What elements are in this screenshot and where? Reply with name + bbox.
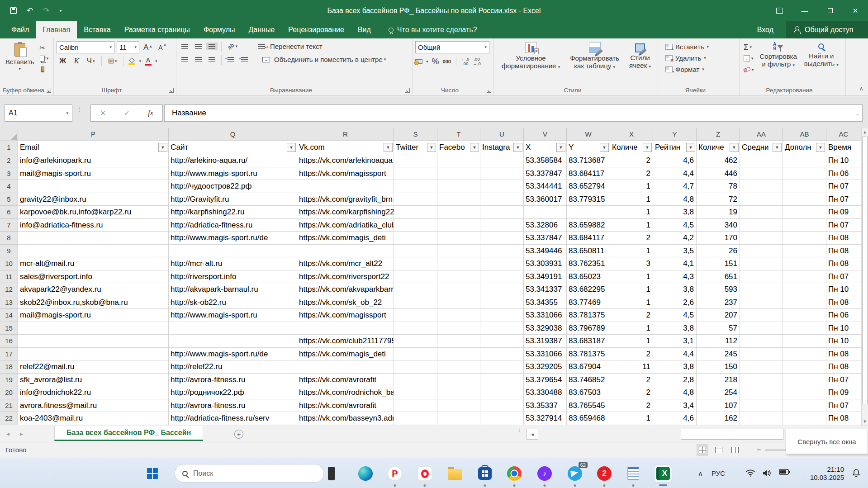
cell-W14[interactable]: 83.781375 (567, 309, 610, 322)
filter-button[interactable]: ▼ (600, 143, 609, 152)
filter-button[interactable]: ▼ (686, 143, 695, 152)
cell-AB21[interactable] (783, 399, 826, 412)
cell-V16[interactable]: 53.319387 (524, 335, 567, 348)
ribbon-tab-review[interactable]: Рецензирование (281, 21, 351, 38)
cell-Z4[interactable]: 78 (697, 180, 740, 193)
cell-Y13[interactable]: 2,6 (653, 296, 697, 309)
cell-U19[interactable] (480, 374, 524, 387)
cell-S20[interactable] (394, 386, 437, 399)
cell-W4[interactable]: 83.652794 (567, 180, 610, 193)
percent-style-button[interactable]: % (432, 57, 439, 66)
cell-AC21[interactable]: Пн 07 (826, 399, 861, 412)
cell-AC20[interactable]: Пн 09 (826, 386, 861, 399)
cell-AA6[interactable] (740, 206, 783, 219)
cell-AA5[interactable] (740, 193, 783, 206)
column-header-Z[interactable]: Z (697, 128, 740, 141)
filter-button[interactable]: ▼ (158, 143, 167, 152)
confirm-entry-button[interactable]: ✓ (124, 109, 130, 118)
cell-AC10[interactable]: Пн 08 (826, 257, 861, 270)
filter-button[interactable]: ▼ (287, 143, 296, 152)
cell-X12[interactable]: 1 (610, 283, 653, 296)
sort-filter-button[interactable]: АЯ Сортировкаи фильтр ▾ (757, 41, 800, 75)
format-cells-button[interactable]: ▪ Формат ▾ (665, 64, 737, 75)
cell-W13[interactable]: 83.77469 (567, 296, 610, 309)
copy-button[interactable]: ▾ (40, 54, 49, 63)
cell-S17[interactable] (394, 348, 437, 361)
previous-sheet-arrow[interactable]: ◂ (6, 430, 9, 437)
cell-AC19[interactable]: Пн 07 (826, 374, 861, 387)
cell-AA10[interactable] (740, 257, 783, 270)
cell-AB3[interactable] (783, 167, 826, 180)
taskbar-search[interactable]: Поиск (175, 464, 324, 483)
borders-button[interactable]: ⊞▾ (105, 57, 120, 65)
align-left-button[interactable] (179, 56, 190, 63)
insert-function-button[interactable]: fx (148, 109, 153, 118)
filter-button[interactable]: ▼ (816, 143, 825, 152)
underline-button[interactable]: Ч▾ (84, 57, 98, 66)
row-number[interactable]: 3 (0, 167, 18, 180)
cell-X17[interactable]: 2 (610, 348, 653, 361)
cell-T10[interactable] (437, 257, 480, 270)
row-number[interactable]: 5 (0, 193, 18, 206)
row-number[interactable]: 22 (0, 412, 18, 425)
cell-V21[interactable]: 53.35337 (524, 399, 567, 412)
cell-U6[interactable] (480, 206, 524, 219)
cell-S9[interactable] (394, 245, 437, 258)
row-number[interactable]: 17 (0, 348, 18, 361)
cell-AC5[interactable]: Пн 07 (826, 193, 861, 206)
align-bottom-button[interactable] (206, 43, 218, 50)
cell-Y6[interactable]: 3,8 (653, 206, 697, 219)
align-middle-button[interactable] (193, 43, 204, 50)
cell-Z9[interactable]: 26 (697, 245, 740, 258)
cell-P22[interactable]: koa-2403@mail.ru (18, 412, 169, 425)
row-number[interactable]: 15 (0, 322, 18, 335)
cell-S1[interactable]: Twitter▼ (394, 141, 437, 154)
ribbon-tab-view[interactable]: Вид (351, 21, 378, 38)
filter-button[interactable]: ▼ (556, 143, 565, 152)
bold-button[interactable]: Ж (57, 57, 69, 66)
cell-P9[interactable] (18, 245, 169, 258)
cell-Z10[interactable]: 151 (697, 257, 740, 270)
cell-AC7[interactable]: Пн 07 (826, 219, 861, 232)
cell-P21[interactable]: avrora.fitness@mail.ru (18, 399, 169, 412)
cell-Q20[interactable]: http://родничок22.рф (169, 386, 297, 399)
close-button[interactable]: ✕ (843, 0, 868, 21)
cell-Q19[interactable]: http://avrora-fitness.ru (169, 374, 297, 387)
cell-AB13[interactable] (783, 296, 826, 309)
cell-V12[interactable]: 53.341337 (524, 283, 567, 296)
cell-T22[interactable] (437, 412, 480, 425)
cell-W10[interactable]: 83.762351 (567, 257, 610, 270)
cell-S11[interactable] (394, 270, 437, 284)
cell-AA22[interactable] (740, 412, 783, 425)
column-header-Y[interactable]: Y (653, 128, 697, 141)
cell-Z13[interactable]: 237 (697, 296, 740, 309)
filter-button[interactable]: ▼ (427, 143, 436, 152)
dialog-launcher-icon[interactable] (405, 88, 410, 93)
row-number[interactable]: 20 (0, 386, 18, 399)
cell-R16[interactable]: https://vk.com/club211177954 (297, 335, 394, 348)
edge-browser-icon[interactable] (356, 464, 375, 483)
cell-AC15[interactable]: Пн 10 (826, 322, 861, 335)
cell-P2[interactable]: info@arlekinopark.ru (18, 154, 169, 167)
grow-font-button[interactable]: А▲ (142, 43, 154, 52)
cell-AC2[interactable]: Пн 10 (826, 154, 861, 167)
cell-U11[interactable] (480, 270, 524, 284)
cell-T12[interactable] (437, 283, 480, 296)
cell-Y17[interactable]: 4,4 (653, 348, 697, 361)
page-break-view-button[interactable] (729, 444, 741, 456)
cell-AB14[interactable] (783, 309, 826, 322)
cell-Q6[interactable]: http://karpfishing22.ru (169, 206, 297, 219)
cell-T4[interactable] (437, 180, 480, 193)
cell-S5[interactable] (394, 193, 437, 206)
cell-R14[interactable]: https://vk.com/magissport (297, 309, 394, 322)
align-right-button[interactable] (206, 56, 218, 63)
cell-T18[interactable] (437, 360, 480, 374)
decrease-indent-button[interactable]: ← (225, 56, 237, 63)
cell-R22[interactable]: https://vk.com/basseyn3.adriatika (297, 412, 394, 425)
cell-Z18[interactable]: 150 (697, 360, 740, 374)
opera-browser-icon[interactable] (416, 464, 434, 483)
cell-S16[interactable] (394, 335, 437, 348)
cell-S18[interactable] (394, 360, 437, 374)
cell-Y4[interactable]: 4,7 (653, 180, 697, 193)
cell-P1[interactable]: Email▼ (18, 141, 169, 154)
